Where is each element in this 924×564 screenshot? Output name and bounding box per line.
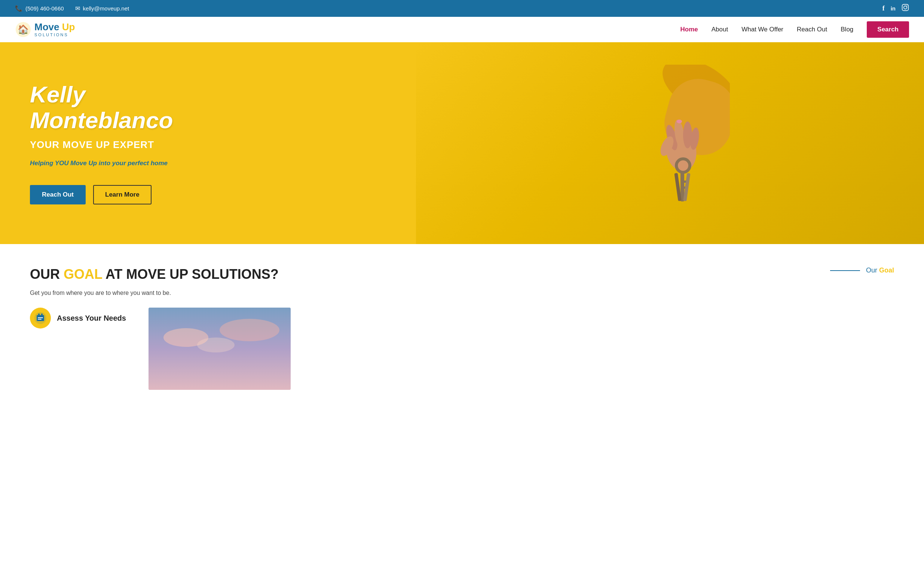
assess-icon <box>30 308 51 329</box>
goal-divider-line <box>830 270 860 271</box>
svg-rect-23 <box>41 314 43 316</box>
svg-point-13 <box>677 120 682 123</box>
assess-needs: Assess Your Needs <box>30 308 126 329</box>
logo-icon: 🏠 <box>15 21 32 38</box>
top-bar: 📞 (509) 460-0660 ✉ kelly@moveup.net f in <box>0 0 924 17</box>
navbar: 🏠 Move Up SOLUTIONS Home About What We O… <box>0 17 924 42</box>
svg-rect-19 <box>674 173 681 202</box>
hero-content: Kelly Monteblanco YOUR MOVE UP EXPERT He… <box>0 60 254 226</box>
nav-what-we-offer[interactable]: What We Offer <box>741 26 783 33</box>
hero-tagline: Helping YOU Move Up into your perfect ho… <box>30 160 225 167</box>
facebook-icon[interactable]: f <box>882 4 885 12</box>
svg-point-2 <box>907 5 908 6</box>
goal-description: Get you from where you are to where you … <box>30 290 894 296</box>
nav-what-we-offer-link[interactable]: What We Offer <box>741 26 783 33</box>
nav-search-item: Search <box>867 21 909 38</box>
nav-home[interactable]: Home <box>681 26 698 33</box>
keys-illustration <box>610 65 730 221</box>
goal-section: OUR GOAL AT MOVE UP SOLUTIONS? Our Goal … <box>0 244 924 405</box>
goal-title-suffix: AT MOVE UP SOLUTIONS? <box>102 266 278 282</box>
svg-point-1 <box>904 6 907 9</box>
learn-more-button[interactable]: Learn More <box>93 185 152 205</box>
search-button[interactable]: Search <box>867 21 909 38</box>
goal-right-highlight: Goal <box>879 266 894 274</box>
goal-title-area: OUR GOAL AT MOVE UP SOLUTIONS? <box>30 266 279 282</box>
nav-blog[interactable]: Blog <box>841 26 853 33</box>
goal-bottom-row: Assess Your Needs <box>30 308 894 390</box>
email-address: kelly@moveup.net <box>83 5 129 12</box>
nav-reach-out[interactable]: Reach Out <box>797 26 827 33</box>
hero-buttons: Reach Out Learn More <box>30 185 225 205</box>
svg-rect-22 <box>38 314 40 316</box>
phone-number: (509) 460-0660 <box>26 5 64 12</box>
linkedin-icon[interactable]: in <box>891 5 896 12</box>
phone-icon: 📞 <box>15 5 22 12</box>
reach-out-button[interactable]: Reach Out <box>30 185 86 205</box>
nav-menu: Home About What We Offer Reach Out Blog … <box>681 21 909 38</box>
svg-point-28 <box>220 319 279 341</box>
logo-move: Move <box>34 21 59 33</box>
nav-about-link[interactable]: About <box>711 26 728 33</box>
goal-right-prefix: Our <box>866 266 879 274</box>
logo-solutions: SOLUTIONS <box>34 33 75 37</box>
nav-about[interactable]: About <box>711 26 728 33</box>
svg-rect-24 <box>38 317 43 318</box>
social-links: f in <box>882 4 909 13</box>
logo-text: Move Up SOLUTIONS <box>34 22 75 37</box>
hero-illustration <box>416 42 924 244</box>
nav-reach-out-link[interactable]: Reach Out <box>797 26 827 33</box>
goal-title-highlight: GOAL <box>64 266 102 282</box>
svg-rect-15 <box>681 172 684 202</box>
svg-rect-0 <box>902 4 909 11</box>
nav-blog-link[interactable]: Blog <box>841 26 853 33</box>
goal-right-label: Our Goal <box>830 266 894 274</box>
assess-label: Assess Your Needs <box>57 314 126 323</box>
hero-subtitle: YOUR MOVE UP EXPERT <box>30 139 225 151</box>
top-bar-left: 📞 (509) 460-0660 ✉ kelly@moveup.net <box>15 5 129 12</box>
hero-section: Kelly Monteblanco YOUR MOVE UP EXPERT He… <box>0 42 924 244</box>
logo-name: Move Up <box>34 22 75 32</box>
goal-title: OUR GOAL AT MOVE UP SOLUTIONS? <box>30 266 279 282</box>
hero-name: Kelly Monteblanco <box>30 82 225 133</box>
goal-title-prefix: OUR <box>30 266 64 282</box>
goal-header-row: OUR GOAL AT MOVE UP SOLUTIONS? Our Goal <box>30 266 894 282</box>
svg-text:🏠: 🏠 <box>18 24 29 35</box>
goal-image <box>148 308 291 390</box>
email-link[interactable]: ✉ kelly@moveup.net <box>75 5 129 12</box>
logo[interactable]: 🏠 Move Up SOLUTIONS <box>15 21 75 38</box>
logo-up: Up <box>59 21 75 33</box>
nav-home-link[interactable]: Home <box>681 26 698 33</box>
email-icon: ✉ <box>75 5 80 12</box>
instagram-icon[interactable] <box>902 4 909 13</box>
phone-link[interactable]: 📞 (509) 460-0660 <box>15 5 64 12</box>
goal-right-text: Our Goal <box>866 266 894 274</box>
svg-point-29 <box>197 338 234 353</box>
svg-rect-25 <box>38 319 42 320</box>
